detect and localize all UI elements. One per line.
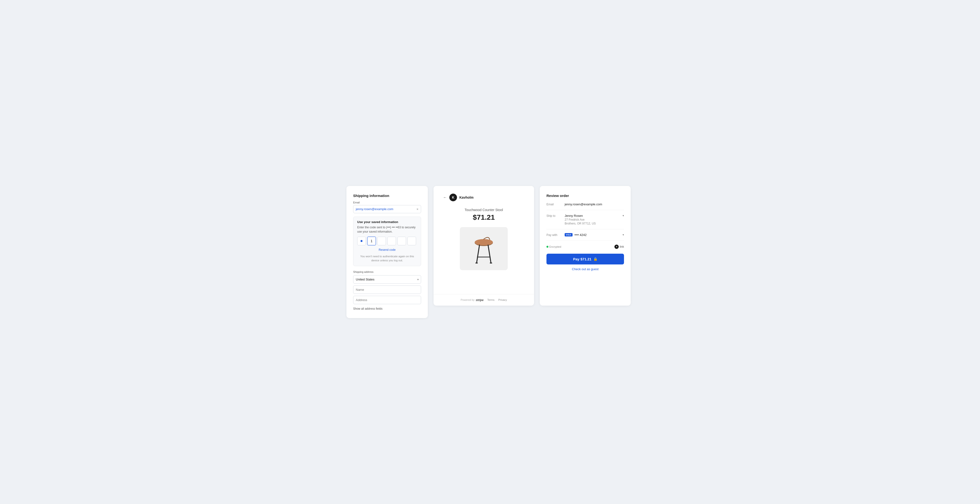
svg-point-1 [475, 239, 493, 245]
otp-box-5[interactable] [407, 237, 416, 245]
address-line2: Brothers, OR 97712, US [565, 222, 619, 225]
left-panel: Shipping information Email jenny.rosen@e… [347, 186, 428, 318]
shipto-chevron-icon[interactable]: ▾ [622, 214, 624, 217]
shipto-chevron-wrapper[interactable]: ▾ [622, 214, 624, 217]
shipping-info-title: Shipping information [353, 194, 421, 198]
review-paywith-label: Pay with [546, 233, 561, 237]
link-label: link [620, 245, 624, 249]
name-input[interactable] [353, 285, 421, 294]
privacy-link[interactable]: Privacy [498, 298, 507, 301]
green-dot-icon [546, 246, 548, 248]
paywith-chevron-icon[interactable]: ▾ [622, 233, 624, 236]
country-select[interactable]: United States [353, 275, 421, 284]
stripe-logo: stripe [476, 298, 483, 302]
saved-info-desc: Enter the code sent to (•••) ••• ••63 to… [357, 225, 417, 234]
stool-illustration [469, 232, 498, 265]
back-arrow-icon[interactable]: ← [443, 195, 447, 199]
lock-icon: 🔒 [593, 257, 597, 261]
svg-line-3 [488, 245, 491, 263]
product-price: $71.21 [473, 213, 495, 222]
pay-button[interactable]: Pay $71.21 🔒 [546, 254, 624, 265]
otp-row[interactable]: 1 [357, 237, 417, 245]
product-image [460, 227, 508, 270]
otp-box-0 [357, 237, 366, 245]
merchant-header: ← K Kavholm [443, 194, 474, 201]
country-select-wrapper[interactable]: United States ▾ [353, 275, 421, 284]
visa-badge: VISA [565, 233, 573, 236]
email-input-row[interactable]: jenny.rosen@example.com × [353, 205, 421, 213]
review-paywith-row: Pay with VISA •••• 4242 ▾ [546, 233, 624, 241]
review-email-value: jenny.rosen@example.com [565, 203, 624, 206]
saved-info-box: Use your saved information Enter the cod… [353, 217, 421, 266]
review-email-label: Email [546, 203, 561, 206]
merchant-name: Kavholm [460, 196, 474, 199]
email-value: jenny.rosen@example.com [356, 207, 417, 211]
review-shipto-row: Ship to Jenny Rosen 27 Fredrick Ave Brot… [546, 214, 624, 229]
address-line1: 27 Fredrick Ave [565, 218, 619, 222]
otp-box-1[interactable]: 1 [367, 237, 376, 245]
review-paywith-value: VISA •••• 4242 [565, 233, 619, 237]
link-badge: ✦ link [614, 245, 624, 249]
middle-content: ← K Kavholm Touchwood Counter Stool $71.… [434, 186, 534, 294]
auth-note: You won't need to authenticate again on … [357, 254, 417, 263]
card-info-row: VISA •••• 4242 [565, 233, 619, 237]
otp-box-2[interactable] [377, 237, 386, 245]
shipping-address-label: Shipping address [353, 270, 421, 273]
powered-by: Powered by stripe [461, 298, 484, 302]
terms-link[interactable]: Terms [487, 298, 495, 301]
link-star-icon: ✦ [616, 245, 617, 248]
right-panel: Review order Email jenny.rosen@example.c… [540, 186, 631, 306]
encrypted-row: Encrypted ✦ link [546, 245, 624, 249]
encrypted-text: Encrypted [546, 245, 561, 248]
pay-button-label: Pay $71.21 [573, 257, 592, 261]
merchant-avatar: K [449, 194, 457, 201]
otp-dot-0 [361, 240, 363, 242]
review-email-row: Email jenny.rosen@example.com [546, 203, 624, 210]
link-circle-icon: ✦ [614, 245, 619, 249]
resend-code-link[interactable]: Resend code [357, 248, 417, 252]
card-number: •••• 4242 [574, 233, 587, 237]
review-shipto-value: Jenny Rosen 27 Fredrick Ave Brothers, OR… [565, 214, 619, 225]
page-wrapper: Shipping information Email jenny.rosen@e… [347, 186, 633, 318]
show-all-address-link[interactable]: Show all address fields [353, 307, 421, 310]
review-order-title: Review order [546, 194, 624, 198]
address-input[interactable] [353, 296, 421, 304]
review-shipto-label: Ship to [546, 214, 561, 217]
svg-line-2 [477, 245, 479, 263]
paywith-chevron-wrapper[interactable]: ▾ [622, 233, 624, 236]
guest-checkout-link[interactable]: Check out as guest [546, 267, 624, 271]
middle-footer: Powered by stripe Terms Privacy [434, 294, 534, 306]
middle-panel: ← K Kavholm Touchwood Counter Stool $71.… [434, 186, 534, 306]
email-label: Email [353, 201, 421, 204]
otp-box-3[interactable] [387, 237, 396, 245]
otp-box-4[interactable] [398, 237, 406, 245]
product-name: Touchwood Counter Stool [465, 208, 503, 212]
saved-info-title: Use your saved information [357, 220, 417, 224]
close-icon[interactable]: × [417, 207, 418, 211]
